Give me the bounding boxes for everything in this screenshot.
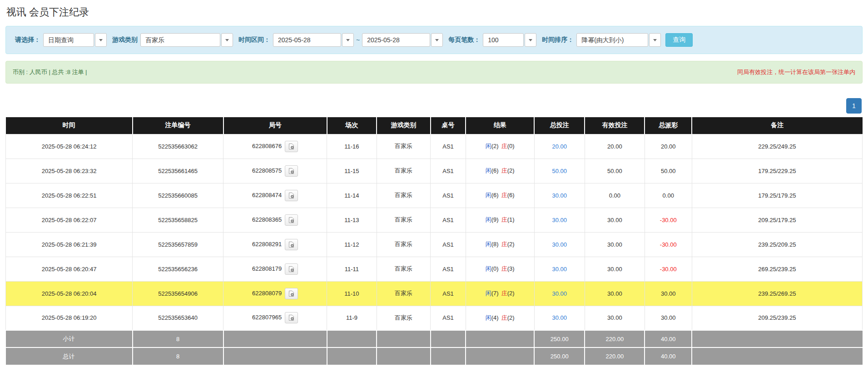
cell-remark: 269.25/239.25	[692, 257, 862, 281]
col-header-game: 游戏类别	[377, 117, 431, 134]
col-header-table: 桌号	[431, 117, 466, 134]
video-replay-button[interactable]	[285, 141, 298, 152]
video-replay-button[interactable]	[285, 312, 298, 323]
chevron-down-icon[interactable]	[342, 33, 354, 47]
video-icon	[288, 290, 295, 297]
cell-payout: 50.00	[645, 159, 692, 183]
date-to-value: 2025-05-28	[362, 33, 430, 47]
cell-remark: 239.25/269.25	[692, 281, 862, 306]
round-id-text: 622808676	[252, 142, 282, 149]
cell-payout: 30.00	[645, 306, 692, 330]
player-label: 闲	[486, 167, 491, 174]
round-id-text: 622808179	[252, 265, 282, 272]
subtotal-total-bet: 250.00	[534, 330, 585, 347]
cell-bet-id: 522535656236	[133, 257, 223, 281]
cell-total-bet: 20.00	[534, 134, 585, 159]
player-score: (9)	[491, 216, 499, 223]
player-score: (6)	[491, 192, 499, 198]
cell-time: 2025-05-28 06:22:07	[6, 208, 133, 232]
range-separator: ~	[356, 36, 360, 44]
game-category-select[interactable]: 百家乐	[140, 33, 233, 47]
pagination: 1	[5, 98, 863, 114]
cell-total-bet: 50.00	[534, 159, 585, 183]
cell-round-id: 622808179	[223, 257, 327, 281]
total-bet-link[interactable]: 30.00	[552, 314, 567, 321]
subtotal-label: 小计	[6, 330, 133, 347]
cell-valid-bet: 30.00	[585, 208, 645, 232]
caret-glyph	[99, 39, 103, 41]
col-header-result: 结果	[466, 117, 534, 134]
col-header-remark: 备注	[692, 117, 862, 134]
subtotal-row: 小计 8 250.00 220.00 40.00	[6, 330, 863, 347]
total-bet-link[interactable]: 30.00	[552, 241, 567, 248]
banker-score: (6)	[507, 192, 515, 198]
search-button[interactable]: 查询	[665, 33, 693, 47]
total-total-bet: 250.00	[534, 347, 585, 365]
player-label: 闲	[486, 216, 491, 223]
cell-bet-id: 522535660085	[133, 183, 223, 208]
cell-game: 百家乐	[377, 232, 431, 257]
video-icon	[288, 192, 295, 199]
cell-total-bet: 30.00	[534, 306, 585, 330]
table-row: 2025-05-28 06:22:51 522535660085 6228084…	[6, 183, 863, 208]
video-replay-button[interactable]	[285, 214, 298, 226]
chevron-down-icon[interactable]	[649, 33, 661, 47]
player-score: (7)	[491, 290, 499, 297]
cell-remark: 209.25/179.25	[692, 208, 862, 232]
cell-result: 闲(4)庄(2)	[466, 306, 534, 330]
per-page-value: 100	[483, 33, 524, 47]
video-replay-button[interactable]	[285, 263, 298, 275]
chevron-down-icon[interactable]	[525, 33, 536, 47]
date-to-select[interactable]: 2025-05-28	[362, 33, 443, 47]
cell-session: 11-14	[327, 183, 377, 208]
video-replay-button[interactable]	[285, 288, 298, 299]
cell-payout: -30.00	[645, 208, 692, 232]
per-page-select[interactable]: 100	[483, 33, 536, 47]
date-from-select[interactable]: 2025-05-28	[273, 33, 354, 47]
game-category-label: 游戏类别	[112, 36, 138, 44]
total-bet-link[interactable]: 30.00	[552, 266, 567, 273]
cell-session: 11-15	[327, 159, 377, 183]
time-sort-select[interactable]: 降幂(由大到小)	[576, 33, 661, 47]
cell-payout: -30.00	[645, 232, 692, 257]
page-1-button[interactable]: 1	[846, 98, 862, 114]
col-header-total-bet: 总投注	[534, 117, 585, 134]
caret-glyph	[346, 39, 350, 41]
cell-payout: -30.00	[645, 257, 692, 281]
query-type-value: 日期查询	[43, 33, 94, 47]
cell-time: 2025-05-28 06:20:04	[6, 281, 133, 306]
video-replay-button[interactable]	[285, 239, 298, 250]
chevron-down-icon[interactable]	[221, 33, 233, 47]
total-bet-link[interactable]: 50.00	[552, 168, 567, 174]
cell-valid-bet: 0.00	[585, 183, 645, 208]
total-bet-link[interactable]: 30.00	[552, 217, 567, 223]
round-id-text: 622808474	[252, 191, 282, 198]
cell-time: 2025-05-28 06:22:51	[6, 183, 133, 208]
total-count: 8	[133, 347, 223, 365]
video-icon	[288, 241, 295, 248]
cell-time: 2025-05-28 06:24:12	[6, 134, 133, 159]
total-bet-link[interactable]: 30.00	[552, 192, 567, 199]
caret-glyph	[225, 39, 229, 41]
cell-valid-bet: 30.00	[585, 257, 645, 281]
chevron-down-icon[interactable]	[431, 33, 443, 47]
video-icon	[288, 217, 295, 223]
total-bet-link[interactable]: 20.00	[552, 143, 567, 150]
video-replay-button[interactable]	[285, 190, 298, 201]
subtotal-count: 8	[133, 330, 223, 347]
cell-session: 11-13	[327, 208, 377, 232]
total-bet-link[interactable]: 30.00	[552, 290, 567, 297]
player-score: (8)	[491, 241, 499, 248]
chevron-down-icon[interactable]	[95, 33, 107, 47]
banker-label: 庄	[501, 167, 507, 174]
query-type-select[interactable]: 日期查询	[43, 33, 107, 47]
video-icon	[288, 266, 295, 273]
cell-result: 闲(9)庄(1)	[466, 208, 534, 232]
cell-result: 闲(8)庄(2)	[466, 232, 534, 257]
video-replay-button[interactable]	[285, 165, 298, 177]
cell-time: 2025-05-28 06:20:47	[6, 257, 133, 281]
cell-payout: 0.00	[645, 183, 692, 208]
cell-remark: 209.25/239.25	[692, 306, 862, 330]
summary-bar: 币别 : 人民币 | 总共 :8 注单 | 同局有效投注，统一计算在该局第一张注…	[5, 61, 863, 84]
cell-table: AS1	[431, 232, 466, 257]
